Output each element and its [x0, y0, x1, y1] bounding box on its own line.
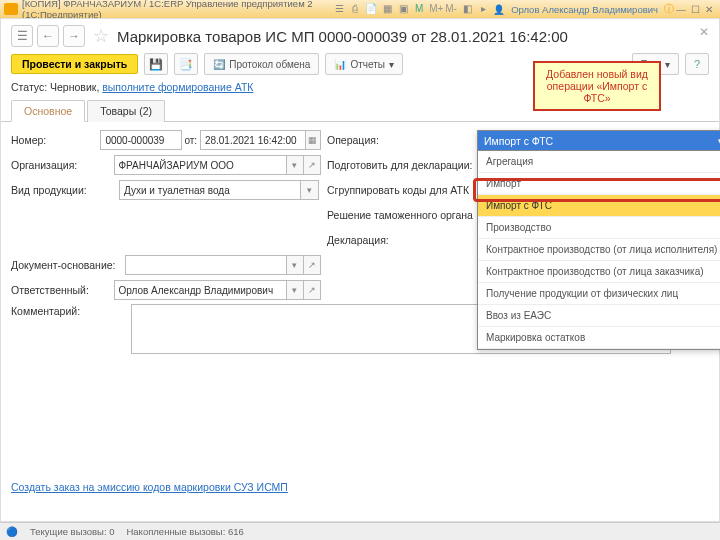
favorite-icon[interactable]: ☆: [93, 25, 109, 47]
user-icon: 👤: [493, 4, 505, 15]
dropdown-option[interactable]: Агрегация: [478, 151, 720, 173]
dropdown-selected-label: Импорт с ФТС: [484, 135, 553, 147]
dropdown-option[interactable]: Контрактное производство (от лица исполн…: [478, 239, 720, 261]
label-operation: Операция:: [327, 134, 477, 146]
m-icon[interactable]: M: [413, 3, 425, 15]
statusbar: 🔵 Текущие вызовы: 0 Накопленные вызовы: …: [0, 522, 720, 540]
page-title: Маркировка товаров ИС МП 0000-000039 от …: [117, 28, 568, 45]
status-accumulated: Накопленные вызовы: 616: [126, 526, 243, 537]
label-org: Организация:: [11, 159, 114, 171]
dropdown-option[interactable]: Производство: [478, 217, 720, 239]
tool-icon[interactable]: ☰: [333, 3, 345, 15]
dropdown-option[interactable]: Ввоз из ЕАЭС: [478, 305, 720, 327]
tool2-icon[interactable]: ◧: [461, 3, 473, 15]
maximize-icon[interactable]: ☐: [688, 4, 702, 15]
titlebar-tools: ☰ ⎙ 📄 ▦ ▣ M M+ M- ◧ ▸: [333, 3, 489, 15]
app-badge: [4, 3, 18, 15]
tab-main[interactable]: Основное: [11, 100, 85, 122]
minimize-icon[interactable]: —: [674, 4, 688, 15]
open-icon[interactable]: ↗: [304, 255, 321, 275]
create-order-link[interactable]: Создать заказ на эмиссию кодов маркировк…: [11, 481, 288, 493]
select-icon[interactable]: ▾: [287, 255, 304, 275]
label-prepare: Подготовить для декларации:: [327, 159, 477, 171]
dropdown-option[interactable]: Маркировка остатков: [478, 327, 720, 349]
select-icon[interactable]: ▾: [301, 180, 319, 200]
nav-menu-button[interactable]: ☰: [11, 25, 33, 47]
reports-label: Отчеты: [350, 59, 385, 70]
dropdown-option[interactable]: Получение продукции от физических лиц: [478, 283, 720, 305]
label-declaration: Декларация:: [327, 234, 477, 246]
save-button[interactable]: 💾: [144, 53, 168, 75]
open-icon[interactable]: ↗: [304, 155, 321, 175]
status-value: Черновик,: [50, 81, 99, 93]
chevron-down-icon: ▾: [665, 59, 670, 70]
open-icon[interactable]: ↗: [304, 280, 321, 300]
label-docbase: Документ-основание:: [11, 259, 125, 271]
mminus-icon[interactable]: M-: [445, 3, 457, 15]
protocol-label: Протокол обмена: [229, 59, 310, 70]
label-comment: Комментарий:: [11, 305, 119, 317]
label-prodtype: Вид продукции:: [11, 184, 119, 196]
dropdown-selected[interactable]: Импорт с ФТС ▾: [478, 131, 720, 151]
doc-icon[interactable]: 📄: [365, 3, 377, 15]
label-from: от:: [182, 135, 200, 146]
tab-goods[interactable]: Товары (2): [87, 100, 165, 122]
protocol-button[interactable]: 🔄Протокол обмена: [204, 53, 319, 75]
org-input[interactable]: ФРАНЧАЙЗАРИУМ ООО: [114, 155, 287, 175]
page-close-icon[interactable]: ✕: [699, 25, 709, 39]
help-button[interactable]: ?: [685, 53, 709, 75]
select-icon[interactable]: ▾: [287, 155, 304, 175]
status-link[interactable]: выполните формирование АТК: [102, 81, 253, 93]
responsible-input[interactable]: Орлов Александр Владимирович: [114, 280, 287, 300]
dropdown-option[interactable]: Контрактное производство (от лица заказч…: [478, 261, 720, 283]
close-icon[interactable]: ✕: [702, 4, 716, 15]
header-row: ☰ ← → ☆ Маркировка товаров ИС МП 0000-00…: [1, 19, 719, 49]
col-right: Операция: Подготовить для декларации: Сг…: [321, 130, 709, 330]
select-icon[interactable]: ▾: [287, 280, 304, 300]
prodtype-input[interactable]: Духи и туалетная вода: [119, 180, 301, 200]
dropdown-option[interactable]: Импорт: [478, 173, 720, 195]
calc-icon[interactable]: ▦: [381, 3, 393, 15]
dropdown-option-highlighted[interactable]: Импорт с ФТС: [478, 195, 720, 217]
protocol-icon: 🔄: [213, 59, 225, 70]
calendar-icon[interactable]: ▣: [397, 3, 409, 15]
date-input[interactable]: 28.01.2021 16:42:00: [200, 130, 306, 150]
form-area: Номер: 0000-000039 от: 28.01.2021 16:42:…: [1, 122, 719, 367]
status-icon: 🔵: [6, 526, 18, 537]
chevron-down-icon: ▾: [389, 59, 394, 70]
print-icon[interactable]: ⎙: [349, 3, 361, 15]
calendar-icon[interactable]: ▦: [306, 130, 321, 150]
user-name[interactable]: Орлов Александр Владимирович: [511, 4, 658, 15]
reports-button[interactable]: 📊Отчеты▾: [325, 53, 403, 75]
nav-back-button[interactable]: ←: [37, 25, 59, 47]
reports-icon: 📊: [334, 59, 346, 70]
info-icon[interactable]: ⓘ: [664, 3, 674, 16]
docbase-input[interactable]: [125, 255, 287, 275]
col-left: Номер: 0000-000039 от: 28.01.2021 16:42:…: [11, 130, 321, 330]
post-button[interactable]: 📑: [174, 53, 198, 75]
operation-dropdown[interactable]: Импорт с ФТС ▾ Агрегация Импорт Импорт с…: [477, 130, 720, 350]
label-customs: Решение таможенного органа: [327, 209, 477, 221]
titlebar: [КОПИЯ] ФРАНЧАЗАРИУМ / 1С:ERP Управление…: [0, 0, 720, 18]
label-number: Номер:: [11, 134, 100, 146]
page: ☰ ← → ☆ Маркировка товаров ИС МП 0000-00…: [0, 18, 720, 522]
mplus-icon[interactable]: M+: [429, 3, 441, 15]
app-title: [КОПИЯ] ФРАНЧАЗАРИУМ / 1С:ERP Управление…: [22, 0, 333, 20]
callout-note: Добавлен новый вид операции «Импорт с ФТ…: [533, 61, 661, 111]
status-current: Текущие вызовы: 0: [30, 526, 114, 537]
nav-forward-button[interactable]: →: [63, 25, 85, 47]
label-groupcodes: Сгруппировать коды для АТК: [327, 184, 477, 196]
post-and-close-button[interactable]: Провести и закрыть: [11, 54, 138, 74]
arrow-icon[interactable]: ▸: [477, 3, 489, 15]
status-label: Статус:: [11, 81, 47, 93]
number-input[interactable]: 0000-000039: [100, 130, 181, 150]
label-responsible: Ответственный:: [11, 284, 114, 296]
